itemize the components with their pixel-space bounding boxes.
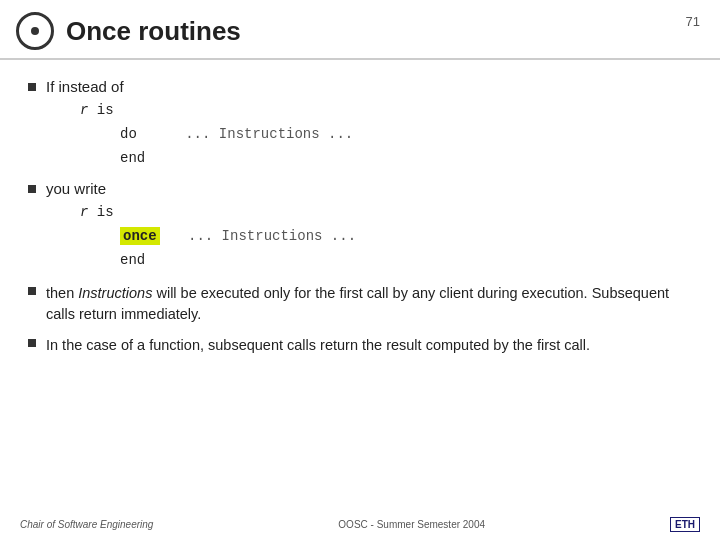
bullet-label-2: you write (46, 180, 106, 197)
bullet-row-1: If instead of (28, 78, 692, 95)
bullet-section-1: If instead of r is do ... Instructions .… (28, 78, 692, 170)
code-do: do (120, 126, 137, 142)
code-line-end-2: end (60, 249, 692, 273)
logo-circle (16, 12, 54, 50)
code-once-keyword: once (120, 227, 160, 245)
slide-title: Once routines (66, 16, 700, 47)
bullet-row-2: you write (28, 180, 692, 197)
text-then: then (46, 285, 78, 301)
code-is-2: is (88, 204, 113, 220)
code-line-r-is-2: r is (60, 201, 692, 225)
slide-content: If instead of r is do ... Instructions .… (0, 60, 720, 378)
eth-logo: ETH (670, 517, 700, 532)
code-line-r-is-1: r is (60, 99, 692, 123)
code-line-once: once ... Instructions ... (60, 225, 692, 249)
logo-dot (31, 27, 39, 35)
bullet-text-3: then Instructions will be executed only … (46, 283, 692, 325)
code-line-do: do ... Instructions ... (60, 123, 692, 147)
bullet-icon-4 (28, 339, 36, 347)
slide-footer: Chair of Software Engineering OOSC - Sum… (0, 517, 720, 532)
footer-center-text: OOSC - Summer Semester 2004 (338, 519, 485, 530)
code-is-1: is (88, 102, 113, 118)
code-block-1: r is do ... Instructions ... end (60, 99, 692, 170)
code-end-1: end (120, 150, 145, 166)
bullet-section-2: you write r is once ... Instructions ...… (28, 180, 692, 272)
bullet-icon-1 (28, 83, 36, 91)
text-instructions: Instructions (78, 285, 152, 301)
code-block-2: r is once ... Instructions ... end (60, 201, 692, 272)
bullet-icon-3 (28, 287, 36, 295)
code-instructions-2: ... Instructions ... (188, 228, 356, 244)
slide-header: Once routines 71 (0, 0, 720, 60)
code-end-2: end (120, 252, 145, 268)
bullet-section-3: then Instructions will be executed only … (28, 283, 692, 325)
bullet-section-4: In the case of a function, subsequent ca… (28, 335, 692, 356)
footer-logo-area: ETH (670, 517, 700, 532)
slide-number: 71 (686, 14, 700, 29)
footer-left-text: Chair of Software Engineering (20, 519, 153, 530)
bullet-icon-2 (28, 185, 36, 193)
bullet-text-4: In the case of a function, subsequent ca… (46, 335, 590, 356)
bullet-label-1: If instead of (46, 78, 124, 95)
code-instructions-1: ... Instructions ... (185, 126, 353, 142)
code-line-end-1: end (60, 147, 692, 171)
